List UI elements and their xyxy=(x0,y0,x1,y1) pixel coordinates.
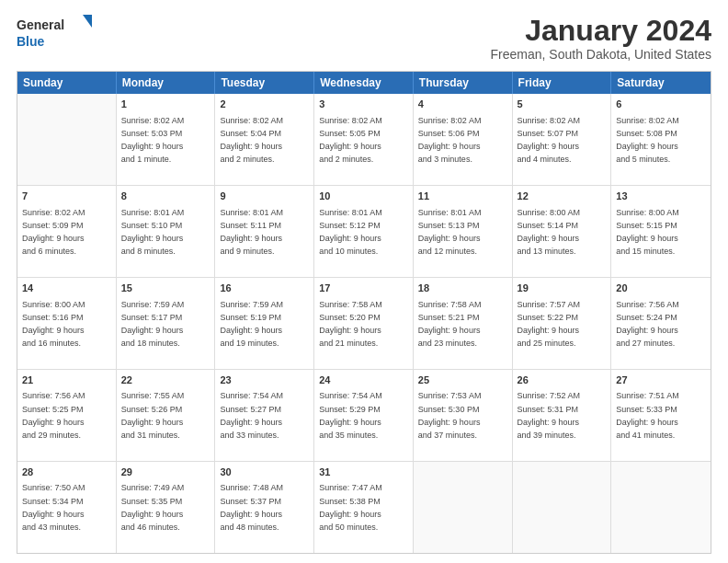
day-number: 11 xyxy=(418,190,507,203)
calendar-cell-1-2: 9 Sunrise: 8:01 AMSunset: 5:11 PMDayligh… xyxy=(215,186,314,277)
calendar-cell-1-3: 10 Sunrise: 8:01 AMSunset: 5:12 PMDaylig… xyxy=(314,186,414,277)
cell-info: Sunrise: 8:01 AMSunset: 5:10 PMDaylight:… xyxy=(121,208,185,256)
cell-info: Sunrise: 8:00 AMSunset: 5:16 PMDaylight:… xyxy=(22,300,85,348)
calendar-cell-1-1: 8 Sunrise: 8:01 AMSunset: 5:10 PMDayligh… xyxy=(117,186,216,277)
location: Freeman, South Dakota, United States xyxy=(491,47,711,62)
calendar-cell-4-0: 28 Sunrise: 7:50 AMSunset: 5:34 PMDaylig… xyxy=(17,462,117,553)
calendar-cell-3-6: 27 Sunrise: 7:51 AMSunset: 5:33 PMDaylig… xyxy=(611,370,711,461)
cell-info: Sunrise: 7:52 AMSunset: 5:31 PMDaylight:… xyxy=(518,391,581,439)
cell-info: Sunrise: 8:01 AMSunset: 5:12 PMDaylight:… xyxy=(319,208,382,256)
day-number: 1 xyxy=(121,98,210,111)
calendar-cell-2-4: 18 Sunrise: 7:58 AMSunset: 5:21 PMDaylig… xyxy=(414,278,513,369)
day-number: 15 xyxy=(121,282,210,295)
calendar: SundayMondayTuesdayWednesdayThursdayFrid… xyxy=(17,71,711,554)
svg-marker-1 xyxy=(83,15,92,28)
cell-info: Sunrise: 7:56 AMSunset: 5:24 PMDaylight:… xyxy=(616,300,679,348)
calendar-cell-3-2: 23 Sunrise: 7:54 AMSunset: 5:27 PMDaylig… xyxy=(215,370,314,461)
header-day-sunday: Sunday xyxy=(17,72,117,94)
day-number: 20 xyxy=(616,282,706,295)
day-number: 17 xyxy=(319,282,408,295)
calendar-cell-3-3: 24 Sunrise: 7:54 AMSunset: 5:29 PMDaylig… xyxy=(314,370,414,461)
cell-info: Sunrise: 7:50 AMSunset: 5:34 PMDaylight:… xyxy=(22,483,85,531)
calendar-week-2: 7 Sunrise: 8:02 AMSunset: 5:09 PMDayligh… xyxy=(17,186,711,278)
calendar-body: 1 Sunrise: 8:02 AMSunset: 5:03 PMDayligh… xyxy=(17,94,711,553)
cell-info: Sunrise: 7:58 AMSunset: 5:21 PMDaylight:… xyxy=(418,300,482,348)
day-number: 22 xyxy=(121,373,210,387)
day-number: 12 xyxy=(518,190,607,203)
calendar-cell-1-4: 11 Sunrise: 8:01 AMSunset: 5:13 PMDaylig… xyxy=(414,186,513,277)
cell-info: Sunrise: 8:01 AMSunset: 5:13 PMDaylight:… xyxy=(418,208,482,256)
day-number: 25 xyxy=(418,373,507,387)
cell-info: Sunrise: 8:02 AMSunset: 5:06 PMDaylight:… xyxy=(418,116,482,164)
calendar-cell-2-5: 19 Sunrise: 7:57 AMSunset: 5:22 PMDaylig… xyxy=(513,278,612,369)
cell-info: Sunrise: 8:01 AMSunset: 5:11 PMDaylight:… xyxy=(220,208,283,256)
day-number: 3 xyxy=(319,98,408,111)
header-day-thursday: Thursday xyxy=(414,72,513,94)
day-number: 2 xyxy=(220,98,309,111)
calendar-cell-1-0: 7 Sunrise: 8:02 AMSunset: 5:09 PMDayligh… xyxy=(17,186,117,277)
calendar-week-1: 1 Sunrise: 8:02 AMSunset: 5:03 PMDayligh… xyxy=(17,94,711,186)
day-number: 6 xyxy=(616,98,706,111)
calendar-cell-4-5 xyxy=(513,462,612,553)
day-number: 5 xyxy=(518,98,607,111)
calendar-cell-4-2: 30 Sunrise: 7:48 AMSunset: 5:37 PMDaylig… xyxy=(215,462,314,553)
title-block: January 2024 Freeman, South Dakota, Unit… xyxy=(491,15,711,62)
calendar-week-4: 21 Sunrise: 7:56 AMSunset: 5:25 PMDaylig… xyxy=(17,370,711,462)
cell-info: Sunrise: 7:54 AMSunset: 5:27 PMDaylight:… xyxy=(220,391,283,439)
calendar-cell-2-3: 17 Sunrise: 7:58 AMSunset: 5:20 PMDaylig… xyxy=(314,278,414,369)
day-number: 19 xyxy=(518,282,607,295)
cell-info: Sunrise: 7:47 AMSunset: 5:38 PMDaylight:… xyxy=(319,483,382,531)
calendar-cell-2-0: 14 Sunrise: 8:00 AMSunset: 5:16 PMDaylig… xyxy=(17,278,117,369)
cell-info: Sunrise: 7:54 AMSunset: 5:29 PMDaylight:… xyxy=(319,391,382,439)
calendar-cell-4-6 xyxy=(611,462,711,553)
day-number: 26 xyxy=(518,373,607,387)
svg-text:General: General xyxy=(17,17,64,32)
calendar-cell-0-6: 6 Sunrise: 8:02 AMSunset: 5:08 PMDayligh… xyxy=(611,94,711,185)
header-day-saturday: Saturday xyxy=(611,72,711,94)
day-number: 13 xyxy=(616,190,706,203)
cell-info: Sunrise: 8:00 AMSunset: 5:14 PMDaylight:… xyxy=(518,208,581,256)
calendar-cell-0-5: 5 Sunrise: 8:02 AMSunset: 5:07 PMDayligh… xyxy=(513,94,612,185)
day-number: 7 xyxy=(22,190,111,203)
cell-info: Sunrise: 8:02 AMSunset: 5:04 PMDaylight:… xyxy=(220,116,283,164)
calendar-cell-4-4 xyxy=(414,462,513,553)
cell-info: Sunrise: 7:59 AMSunset: 5:19 PMDaylight:… xyxy=(220,300,283,348)
day-number: 16 xyxy=(220,282,309,295)
cell-info: Sunrise: 7:57 AMSunset: 5:22 PMDaylight:… xyxy=(518,300,581,348)
calendar-header: SundayMondayTuesdayWednesdayThursdayFrid… xyxy=(17,72,711,94)
calendar-cell-0-1: 1 Sunrise: 8:02 AMSunset: 5:03 PMDayligh… xyxy=(117,94,216,185)
cell-info: Sunrise: 7:48 AMSunset: 5:37 PMDaylight:… xyxy=(220,483,283,531)
day-number: 14 xyxy=(22,282,111,295)
calendar-week-3: 14 Sunrise: 8:00 AMSunset: 5:16 PMDaylig… xyxy=(17,278,711,370)
calendar-cell-0-3: 3 Sunrise: 8:02 AMSunset: 5:05 PMDayligh… xyxy=(314,94,414,185)
calendar-cell-4-3: 31 Sunrise: 7:47 AMSunset: 5:38 PMDaylig… xyxy=(314,462,414,553)
cell-info: Sunrise: 8:00 AMSunset: 5:15 PMDaylight:… xyxy=(616,208,679,256)
cell-info: Sunrise: 7:58 AMSunset: 5:20 PMDaylight:… xyxy=(319,300,382,348)
day-number: 18 xyxy=(418,282,507,295)
header-day-tuesday: Tuesday xyxy=(215,72,314,94)
logo-svg: General Blue xyxy=(17,15,99,53)
calendar-cell-2-6: 20 Sunrise: 7:56 AMSunset: 5:24 PMDaylig… xyxy=(611,278,711,369)
calendar-cell-0-0 xyxy=(17,94,117,185)
day-number: 24 xyxy=(319,373,408,387)
calendar-cell-0-4: 4 Sunrise: 8:02 AMSunset: 5:06 PMDayligh… xyxy=(414,94,513,185)
month-title: January 2024 xyxy=(491,15,711,47)
cell-info: Sunrise: 7:59 AMSunset: 5:17 PMDaylight:… xyxy=(121,300,185,348)
header: General Blue January 2024 Freeman, South… xyxy=(17,15,711,62)
cell-info: Sunrise: 8:02 AMSunset: 5:08 PMDaylight:… xyxy=(616,116,679,164)
calendar-cell-2-2: 16 Sunrise: 7:59 AMSunset: 5:19 PMDaylig… xyxy=(215,278,314,369)
calendar-cell-3-1: 22 Sunrise: 7:55 AMSunset: 5:26 PMDaylig… xyxy=(117,370,216,461)
header-day-monday: Monday xyxy=(117,72,216,94)
cell-info: Sunrise: 8:02 AMSunset: 5:07 PMDaylight:… xyxy=(518,116,581,164)
cell-info: Sunrise: 7:53 AMSunset: 5:30 PMDaylight:… xyxy=(418,391,482,439)
calendar-week-5: 28 Sunrise: 7:50 AMSunset: 5:34 PMDaylig… xyxy=(17,462,711,553)
calendar-cell-2-1: 15 Sunrise: 7:59 AMSunset: 5:17 PMDaylig… xyxy=(117,278,216,369)
day-number: 4 xyxy=(418,98,507,111)
day-number: 30 xyxy=(220,465,309,479)
day-number: 21 xyxy=(22,373,111,387)
cell-info: Sunrise: 8:02 AMSunset: 5:09 PMDaylight:… xyxy=(22,208,85,256)
day-number: 8 xyxy=(121,190,210,203)
day-number: 9 xyxy=(220,190,309,203)
day-number: 29 xyxy=(121,465,210,479)
cell-info: Sunrise: 8:02 AMSunset: 5:05 PMDaylight:… xyxy=(319,116,382,164)
